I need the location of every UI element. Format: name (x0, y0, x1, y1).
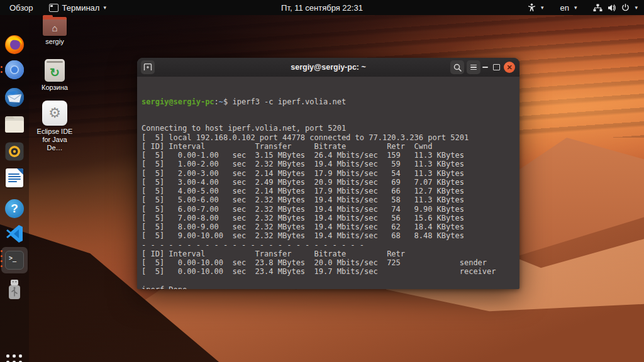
rhythmbox-icon (5, 142, 24, 161)
hamburger-menu-icon (470, 65, 477, 70)
chevron-down-icon: ▾ (103, 5, 106, 11)
top-bar: Обзор Терминал ▾ Пт, 11 сентября 22:31 ▾… (0, 0, 644, 15)
running-indicator (1, 71, 3, 73)
home-folder-icon: ⌂ (43, 17, 67, 36)
eclipse-app-icon: ⚙ (42, 101, 67, 126)
dock-item-help[interactable]: ? (4, 198, 25, 219)
firefox-icon (4, 35, 25, 55)
dock-item-vscode[interactable] (4, 223, 25, 244)
dock-item-thunderbird[interactable] (4, 87, 25, 108)
files-folder-icon (4, 116, 25, 133)
running-indicator (1, 66, 3, 68)
usb-drive-icon (7, 279, 22, 300)
libreoffice-writer-icon (6, 168, 23, 187)
clock-label: Пт, 11 сентября 22:31 (281, 3, 363, 13)
terminal-window: sergiy@sergiy-pc: ~ (137, 58, 519, 289)
new-tab-button[interactable] (141, 60, 155, 74)
network-icon[interactable] (593, 4, 602, 12)
prompt-path: ~ (219, 97, 223, 106)
terminal-prompt-line: sergiy@sergiy-pc:~$ iperf3 -c iperf.voli… (142, 97, 519, 106)
close-button[interactable]: ✕ (502, 60, 516, 74)
maximize-button[interactable] (489, 60, 503, 74)
app-menu-button[interactable]: Терминал ▾ (43, 0, 113, 15)
desktop: Обзор Терминал ▾ Пт, 11 сентября 22:31 ▾… (0, 0, 644, 362)
prompt-user-host: sergiy@sergiy-pc (142, 97, 214, 106)
dock: ? >_ (0, 15, 29, 362)
desktop-icon-label: Eclipse IDE for Java De… (34, 128, 75, 152)
search-icon (453, 63, 462, 72)
dock-item-usb-drive[interactable] (4, 279, 25, 300)
chevron-down-icon[interactable]: ▾ (635, 5, 638, 11)
desktop-icon-label: Корзина (34, 84, 75, 92)
command-text: iperf3 -c iperf.volia.net (233, 97, 347, 106)
activities-label: Обзор (9, 3, 33, 13)
accessibility-icon[interactable] (528, 3, 536, 12)
running-indicator (1, 250, 3, 252)
minimize-icon (482, 67, 488, 68)
dock-item-files[interactable] (4, 114, 25, 135)
terminal-titlebar[interactable]: sergiy@sergiy-pc: ~ (137, 58, 519, 77)
thunderbird-icon (4, 87, 25, 107)
gear-icon: ⚙ (48, 106, 61, 120)
chromium-icon (4, 60, 25, 80)
dock-item-libreoffice-writer[interactable] (4, 167, 25, 189)
desktop-icon-home[interactable]: ⌂ sergiy (34, 17, 75, 46)
terminal-app-icon (49, 4, 58, 12)
keyboard-layout-button[interactable]: en (560, 3, 569, 13)
desktop-icon-trash[interactable]: ↻ Корзина (34, 59, 75, 92)
activities-button[interactable]: Обзор (0, 0, 43, 15)
desktop-icon-label: sergiy (34, 38, 75, 46)
chevron-down-icon[interactable]: ▾ (541, 5, 544, 11)
close-icon: ✕ (504, 62, 515, 73)
running-indicator (1, 265, 3, 267)
running-indicator (1, 260, 3, 262)
volume-icon[interactable] (608, 4, 616, 12)
app-menu-label: Терминал (62, 3, 100, 13)
terminal-icon: >_ (5, 251, 24, 270)
chevron-down-icon[interactable]: ▾ (574, 5, 577, 11)
dock-item-firefox[interactable] (4, 34, 25, 55)
terminal-output[interactable]: sergiy@sergiy-pc:~$ iperf3 -c iperf.voli… (137, 77, 519, 289)
desktop-icon-eclipse[interactable]: ⚙ Eclipse IDE for Java De… (34, 101, 75, 152)
running-indicator (1, 255, 3, 257)
dock-item-terminal[interactable]: >_ (4, 250, 25, 271)
vscode-icon (5, 224, 24, 243)
recycle-icon: ↻ (50, 66, 60, 78)
trash-icon: ↻ (45, 59, 65, 82)
search-button[interactable] (450, 60, 464, 74)
dock-item-chromium[interactable] (4, 59, 25, 80)
maximize-icon (493, 64, 500, 70)
dock-item-rhythmbox[interactable] (4, 141, 25, 162)
power-icon[interactable] (621, 4, 630, 12)
new-tab-icon (143, 63, 152, 71)
home-icon: ⌂ (52, 23, 57, 32)
app-grid-button[interactable] (6, 354, 23, 362)
help-question-icon: ? (5, 199, 24, 218)
terminal-output-lines: Connecting to host iperf.volia.net, port… (142, 124, 519, 289)
